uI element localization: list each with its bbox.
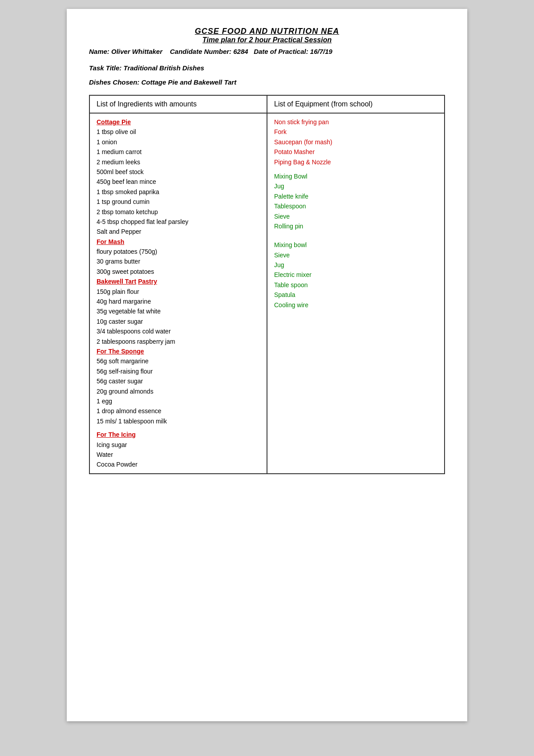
header: GCSE FOOD AND NUTRITION NEA Time plan fo… <box>89 27 445 55</box>
list-item: Table spoon <box>274 280 437 290</box>
list-item: 1 tbsp olive oil <box>97 127 260 137</box>
list-item: Tablespoon <box>274 201 437 211</box>
ingredients-column: Cottage Pie 1 tbsp olive oil 1 onion 1 m… <box>89 113 267 474</box>
list-item: Sieve <box>274 211 437 221</box>
col1-header: List of Ingredients with amounts <box>89 95 267 113</box>
list-item: Piping Bag & Nozzle <box>274 157 437 167</box>
list-item: 1 egg <box>97 396 260 406</box>
list-item: 2 tbsp tomato ketchup <box>97 207 260 217</box>
list-item: Jug <box>274 260 437 270</box>
list-item: Palette knife <box>274 191 437 201</box>
main-table: List of Ingredients with amounts List of… <box>89 95 445 474</box>
list-item: Rolling pin <box>274 221 437 231</box>
sponge-heading: For The Sponge <box>97 348 144 355</box>
list-item: 35g vegetable fat white <box>97 306 260 316</box>
page-title: GCSE FOOD AND NUTRITION NEA <box>89 27 445 36</box>
list-item: 10g caster sugar <box>97 317 260 326</box>
date-info: Date of Practical: 16/7/19 <box>254 48 332 55</box>
list-item: floury potatoes (750g) <box>97 247 260 256</box>
list-item: 56g soft margarine <box>97 356 260 366</box>
list-item: 1 drop almond essence <box>97 406 260 416</box>
list-item: Non stick frying pan <box>274 117 437 127</box>
list-item: 2 medium leeks <box>97 157 260 167</box>
bakewell-heading: Bakewell Tart <box>97 278 136 285</box>
list-item: 2 tablespoons raspberry jam <box>97 337 260 346</box>
list-item: Icing sugar <box>97 440 260 450</box>
page: GCSE FOOD AND NUTRITION NEA Time plan fo… <box>67 9 467 721</box>
spacer <box>274 167 437 171</box>
icing-heading: For The Icing <box>97 431 136 438</box>
list-item: 15 mls/ 1 tablespoon milk <box>97 416 260 426</box>
list-item: 1 tsp ground cumin <box>97 197 260 207</box>
list-item: 56g self-raising flour <box>97 366 260 376</box>
list-item: 300g sweet potatoes <box>97 267 260 276</box>
list-item: 1 medium carrot <box>97 147 260 157</box>
salt-and-pepper: Salt and Pepper <box>97 227 260 236</box>
list-item: 56g caster sugar <box>97 376 260 386</box>
candidate-info: Candidate Number: 6284 <box>170 48 248 55</box>
list-item: 3/4 tablespoons cold water <box>97 326 260 336</box>
list-item: 500ml beef stock <box>97 167 260 177</box>
list-item: 40g hard margarine <box>97 297 260 306</box>
list-item: Fork <box>274 127 437 137</box>
list-item: 1 tbsp smoked paprika <box>97 187 260 197</box>
list-item: 30 grams butter <box>97 256 260 266</box>
equipment-column: Non stick frying pan Fork Saucepan (for … <box>267 113 445 474</box>
list-item: Mixing Bowl <box>274 171 437 181</box>
pastry-heading: Pastry <box>138 278 157 285</box>
cottage-pie-heading: Cottage Pie <box>97 118 131 126</box>
list-item: 450g beef lean mince <box>97 177 260 187</box>
dishes-chosen: Dishes Chosen: Cottage Pie and Bakewell … <box>89 78 445 86</box>
page-subtitle: Time plan for 2 hour Practical Session <box>89 36 445 44</box>
list-item: Cocoa Powder <box>97 459 260 469</box>
list-item: Electric mixer <box>274 270 437 280</box>
mixing-bowl: Mixing bowl <box>274 240 437 250</box>
list-item: Jug <box>274 181 437 191</box>
header-info: Name: Oliver Whittaker Candidate Number:… <box>89 48 445 55</box>
list-item: 4-5 tbsp chopped flat leaf parsley <box>97 217 260 227</box>
list-item: 1 onion <box>97 137 260 147</box>
list-item: Cooling wire <box>274 300 437 310</box>
list-item: 150g plain flour <box>97 287 260 297</box>
name-info: Name: Oliver Whittaker <box>89 48 162 55</box>
for-mash-heading: For Mash <box>97 238 124 245</box>
spacer <box>274 236 437 240</box>
spacer <box>97 426 260 430</box>
list-item: Saucepan (for mash) <box>274 137 437 147</box>
col2-header: List of Equipment (from school) <box>267 95 445 113</box>
task-title: Task Title: Traditional British Dishes <box>89 64 445 72</box>
list-item: Water <box>97 450 260 459</box>
list-item: Sieve <box>274 250 437 260</box>
list-item: 20g ground almonds <box>97 386 260 396</box>
potato-masher: Potato Masher <box>274 147 437 157</box>
spacer <box>274 231 437 236</box>
list-item: Spatula <box>274 290 437 300</box>
